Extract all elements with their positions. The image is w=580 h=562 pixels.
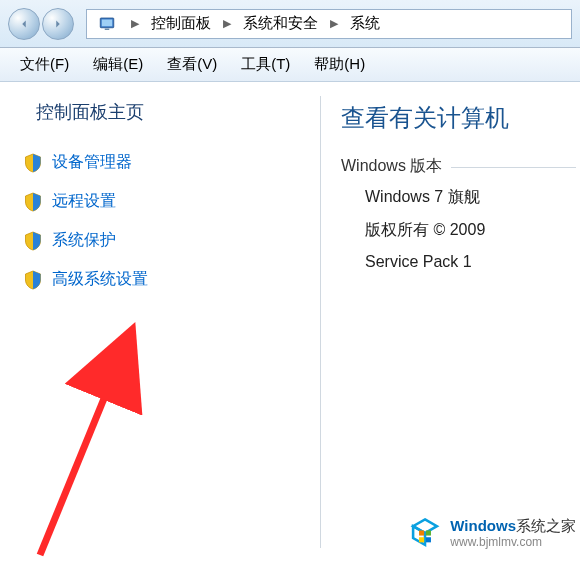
content-area: 控制面板主页 设备管理器 远程设置 系统保护 高级系统设置 查看有关计算机 Wi… xyxy=(0,82,580,562)
sidebar: 控制面板主页 设备管理器 远程设置 系统保护 高级系统设置 xyxy=(0,82,320,562)
menu-tools[interactable]: 工具(T) xyxy=(231,51,300,78)
sidebar-link-advanced-settings[interactable]: 高级系统设置 xyxy=(22,263,298,296)
menu-edit[interactable]: 编辑(E) xyxy=(83,51,153,78)
svg-rect-2 xyxy=(105,28,110,30)
shield-icon xyxy=(24,192,42,212)
sidebar-link-device-manager[interactable]: 设备管理器 xyxy=(22,146,298,179)
shield-icon xyxy=(24,153,42,173)
svg-rect-6 xyxy=(419,537,424,542)
sidebar-link-system-protection[interactable]: 系统保护 xyxy=(22,224,298,257)
main-content: 查看有关计算机 Windows 版本 Windows 7 旗舰 版权所有 © 2… xyxy=(321,82,580,562)
shield-icon xyxy=(24,270,42,290)
breadcrumb[interactable]: ▶ 控制面板 ▶ 系统和安全 ▶ 系统 xyxy=(86,9,572,39)
shield-icon xyxy=(24,231,42,251)
sidebar-title: 控制面板主页 xyxy=(22,100,298,124)
section-label-text: Windows 版本 xyxy=(341,157,442,174)
system-icon xyxy=(97,14,117,34)
svg-rect-7 xyxy=(426,537,431,542)
chevron-icon: ▶ xyxy=(131,17,139,30)
menu-view[interactable]: 查看(V) xyxy=(157,51,227,78)
sidebar-link-label: 远程设置 xyxy=(52,191,116,212)
watermark: Windows系统之家 www.bjmlmv.com xyxy=(408,516,576,550)
copyright: 版权所有 © 2009 xyxy=(341,214,576,247)
windows-logo-icon xyxy=(408,516,442,550)
breadcrumb-item-system-security[interactable]: 系统和安全 xyxy=(239,12,322,35)
breadcrumb-item-system[interactable]: 系统 xyxy=(346,12,384,35)
sidebar-link-label: 高级系统设置 xyxy=(52,269,148,290)
svg-rect-5 xyxy=(426,530,431,535)
menu-help[interactable]: 帮助(H) xyxy=(304,51,375,78)
chevron-icon: ▶ xyxy=(223,17,231,30)
navigation-bar: ▶ 控制面板 ▶ 系统和安全 ▶ 系统 xyxy=(0,0,580,48)
svg-rect-1 xyxy=(102,19,113,26)
sidebar-link-label: 设备管理器 xyxy=(52,152,132,173)
service-pack: Service Pack 1 xyxy=(341,247,576,277)
chevron-icon: ▶ xyxy=(330,17,338,30)
breadcrumb-item-control-panel[interactable]: 控制面板 xyxy=(147,12,215,35)
sidebar-link-label: 系统保护 xyxy=(52,230,116,251)
forward-button[interactable] xyxy=(42,8,74,40)
section-header: Windows 版本 xyxy=(341,156,576,177)
page-title: 查看有关计算机 xyxy=(341,102,576,134)
menu-bar: 文件(F) 编辑(E) 查看(V) 工具(T) 帮助(H) xyxy=(0,48,580,82)
watermark-title: Windows系统之家 xyxy=(450,517,576,535)
svg-rect-4 xyxy=(419,530,424,535)
os-name: Windows 7 旗舰 xyxy=(341,181,576,214)
watermark-url: www.bjmlmv.com xyxy=(450,535,576,549)
nav-buttons xyxy=(8,8,74,40)
menu-file[interactable]: 文件(F) xyxy=(10,51,79,78)
sidebar-link-remote-settings[interactable]: 远程设置 xyxy=(22,185,298,218)
back-button[interactable] xyxy=(8,8,40,40)
